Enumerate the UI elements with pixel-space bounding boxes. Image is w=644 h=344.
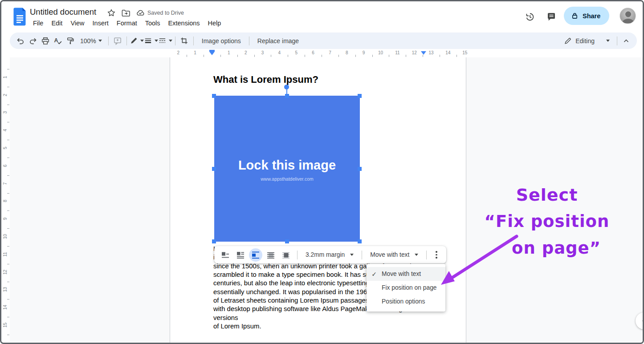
chevron-down-icon <box>140 40 144 42</box>
menu-edit[interactable]: Edit <box>47 18 66 28</box>
check-icon: ✓ <box>367 271 382 278</box>
selected-image[interactable]: Lock this image www.appsthatdeliver.com <box>214 96 360 242</box>
comments-icon[interactable] <box>544 9 559 24</box>
wrap-position-menu: ✓ Move with text Fix position on page Po… <box>367 264 445 312</box>
menu-item-label: Fix position on page <box>382 284 437 291</box>
crop-icon[interactable] <box>178 35 191 47</box>
border-dash-icon[interactable] <box>158 35 172 47</box>
star-icon[interactable] <box>106 8 116 18</box>
annotation-line: “Fix position <box>482 208 611 235</box>
saved-status[interactable]: Saved to Drive <box>147 10 184 16</box>
more-options-icon[interactable] <box>431 251 442 259</box>
menu-help[interactable]: Help <box>204 18 225 28</box>
editing-mode-select[interactable]: Editing <box>559 34 614 48</box>
zoom-value: 100% <box>80 37 96 45</box>
handwritten-annotation: Select “Fix position on page” <box>482 182 611 262</box>
paint-format-icon[interactable] <box>64 35 77 47</box>
resize-handle-s[interactable] <box>285 239 289 243</box>
menu-item-fix-position-on-page[interactable]: Fix position on page <box>367 281 445 295</box>
chevron-down-icon <box>98 40 102 42</box>
document-title[interactable]: Untitled document <box>30 7 96 17</box>
border-color-icon[interactable] <box>130 35 144 47</box>
menu-item-position-options[interactable]: Position options <box>367 295 445 308</box>
rotation-handle[interactable] <box>284 85 289 89</box>
left-indent-marker[interactable] <box>209 50 215 55</box>
zoom-select[interactable]: 100% <box>77 35 106 47</box>
header: Untitled document Saved to Drive File Ed… <box>1 1 643 32</box>
add-comment-icon[interactable] <box>111 35 124 47</box>
menu-item-label: Position options <box>382 298 425 305</box>
menu-file[interactable]: File <box>29 18 47 28</box>
spelling-check-icon[interactable]: A <box>52 35 64 47</box>
avatar[interactable] <box>620 8 636 24</box>
lock-icon <box>571 12 579 20</box>
chevron-down-icon <box>350 254 354 256</box>
print-icon[interactable] <box>39 35 52 47</box>
menu-format[interactable]: Format <box>113 18 141 28</box>
menu-bar: File Edit View Insert Format Tools Exten… <box>29 18 225 28</box>
resize-handle-se[interactable] <box>358 239 362 243</box>
share-label: Share <box>583 12 600 20</box>
menu-extensions[interactable]: Extensions <box>164 18 204 28</box>
wrap-text-icon[interactable] <box>234 248 247 262</box>
in-front-of-text-icon[interactable] <box>279 248 293 262</box>
svg-text:A: A <box>54 37 58 44</box>
chevron-down-icon <box>155 40 158 42</box>
redo-icon[interactable] <box>27 35 39 47</box>
border-weight-icon[interactable] <box>144 35 158 47</box>
annotation-line: on page” <box>482 235 611 262</box>
replace-image-button[interactable]: Replace image <box>252 35 304 47</box>
share-button[interactable]: Share <box>564 7 609 25</box>
image-subcaption: www.appsthatdeliver.com <box>214 176 360 182</box>
break-text-icon[interactable] <box>249 248 262 262</box>
image-caption: Lock this image <box>214 158 360 173</box>
menu-tools[interactable]: Tools <box>141 18 164 28</box>
wrap-position-value: Move with text <box>370 251 409 258</box>
vertical-ruler[interactable]: 123456789101112131415 <box>1 57 10 344</box>
resize-handle-ne[interactable] <box>358 94 362 98</box>
annotation-line: Select <box>482 182 611 208</box>
chevron-down-icon <box>415 254 418 256</box>
behind-text-icon[interactable] <box>264 248 277 262</box>
menu-insert[interactable]: Insert <box>89 18 113 28</box>
resize-handle-n[interactable] <box>285 94 289 98</box>
history-icon[interactable] <box>522 9 538 24</box>
image-wrap-toolbar: 3.2mm margin Move with text <box>214 246 446 263</box>
mode-label: Editing <box>575 37 595 45</box>
google-docs-window: Untitled document Saved to Drive File Ed… <box>0 0 644 344</box>
collapse-toolbar-icon[interactable] <box>620 35 632 47</box>
menu-view[interactable]: View <box>66 18 88 28</box>
resize-handle-sw[interactable] <box>212 239 216 243</box>
image-options-button[interactable]: Image options <box>196 35 246 47</box>
move-folder-icon[interactable] <box>121 8 130 18</box>
document-heading[interactable]: What is Lorem Ipsum? <box>213 74 318 85</box>
margin-select[interactable]: 3.2mm margin <box>302 248 357 262</box>
chevron-down-icon <box>606 40 610 42</box>
docs-logo-icon[interactable] <box>13 7 26 26</box>
undo-icon[interactable] <box>14 35 27 47</box>
menu-item-move-with-text[interactable]: ✓ Move with text <box>367 267 445 281</box>
horizontal-ruler[interactable]: 21123456789101112131415 <box>10 49 637 57</box>
cloud-saved-icon[interactable] <box>135 8 145 18</box>
wrap-position-select[interactable]: Move with text <box>367 248 422 262</box>
resize-handle-w[interactable] <box>212 167 216 171</box>
right-indent-marker[interactable] <box>421 51 426 55</box>
main-toolbar: A 100% Image options <box>10 32 637 49</box>
resize-handle-e[interactable] <box>358 167 362 171</box>
in-line-icon[interactable] <box>219 248 232 262</box>
margin-value: 3.2mm margin <box>306 251 345 258</box>
resize-handle-nw[interactable] <box>212 94 216 98</box>
pencil-icon <box>564 37 572 45</box>
menu-item-label: Move with text <box>382 271 421 277</box>
chevron-down-icon <box>169 40 172 42</box>
